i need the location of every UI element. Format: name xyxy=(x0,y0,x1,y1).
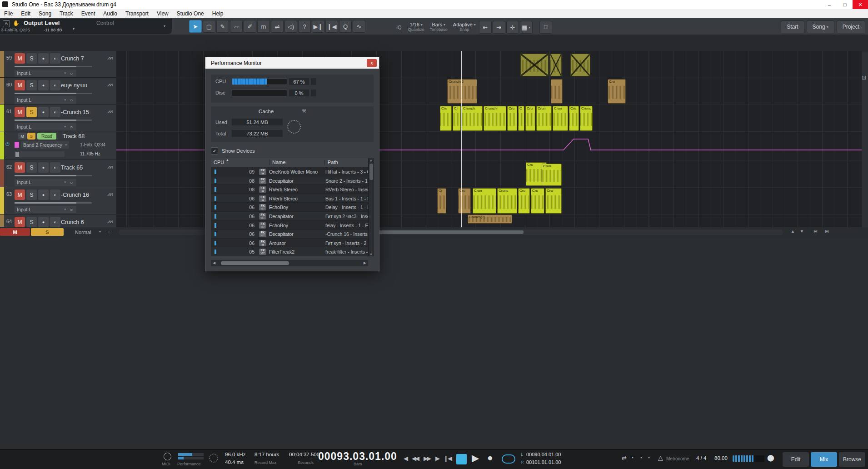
device-row[interactable]: 06FXVSTEchoBoyDelay - Inserts - 1 - Ec xyxy=(211,203,374,212)
audio-clip[interactable]: Cru xyxy=(525,106,535,131)
input-select[interactable]: Input L▾ xyxy=(15,206,68,213)
snap-left-icon[interactable]: ⇤ xyxy=(479,21,492,34)
metronome-icon[interactable]: △ xyxy=(658,454,663,461)
audio-clip[interactable]: Cru xyxy=(440,106,452,131)
device-row[interactable]: 05FXVSTFilterFreak2freak filter - Insert… xyxy=(211,247,374,256)
snap-dropdown[interactable]: Adaptive▾ Snap xyxy=(453,22,476,32)
chevron-down-icon[interactable]: ▾ xyxy=(99,230,101,234)
close-button[interactable]: ✕ xyxy=(853,0,868,9)
precount-icon[interactable]: ◔ xyxy=(639,454,643,461)
device-row[interactable]: 06FXVSTEchoBoyfelay - Inserts - 1 - Ech xyxy=(211,221,374,230)
record-button[interactable]: ● xyxy=(487,452,493,463)
device-row[interactable]: 08FX▮▮RVerb StereoRVerb Stereo - Inserts xyxy=(211,185,374,194)
zoom-out-icon[interactable]: ▲ xyxy=(791,229,795,234)
play-button[interactable]: ▶ xyxy=(472,453,479,464)
maximize-button[interactable]: □ xyxy=(837,0,853,9)
forward-icon[interactable]: ▶ xyxy=(435,455,440,462)
param-value[interactable]: -11.88 dB xyxy=(44,27,62,32)
time-signature[interactable]: 4 / 4 xyxy=(696,455,706,461)
zoom-in-icon[interactable]: ▼ xyxy=(800,229,804,234)
arrow-tool[interactable]: ➤ xyxy=(189,20,202,33)
record-icon[interactable]: ● xyxy=(38,162,49,173)
audio-clip[interactable]: Crunc xyxy=(580,106,593,131)
solo-button[interactable]: S xyxy=(26,53,37,64)
device-row[interactable]: 06FXVSTDecapitatorГит куп 2 час3 - Inser… xyxy=(211,212,374,221)
input-select[interactable]: Input L▾ xyxy=(15,179,68,186)
tab-focus-icon[interactable]: ⌸ xyxy=(539,21,552,34)
audio-clip[interactable]: Crunch(2 xyxy=(447,79,477,104)
wrench-icon[interactable]: ⚒ xyxy=(302,108,306,114)
menu-track[interactable]: Track xyxy=(55,9,77,18)
device-row[interactable]: 08FXVSTDecapitatorSnare 2 - Inserts - 1 … xyxy=(211,176,374,185)
time-seconds[interactable]: 00:04:37.500 xyxy=(289,452,319,457)
mute-button[interactable]: M xyxy=(15,190,25,200)
dialog-title-bar[interactable]: Performance Monitor x xyxy=(205,57,379,69)
shuffle-icon[interactable]: ⇄ xyxy=(622,454,627,461)
audio-clip[interactable] xyxy=(520,54,549,76)
input-select[interactable]: Input L▾ xyxy=(15,96,68,104)
volume-line[interactable] xyxy=(15,175,76,176)
monitor-icon[interactable]: ◐ xyxy=(50,53,60,64)
start-button[interactable]: Start xyxy=(781,20,804,33)
marker-back[interactable]: ❙◀ xyxy=(325,20,338,33)
audio-clip[interactable]: Crun xyxy=(473,188,496,214)
audio-clip[interactable]: Cru xyxy=(531,188,544,214)
menu-help[interactable]: Help xyxy=(208,9,228,18)
input-monitor-icon[interactable]: ○ xyxy=(66,206,76,213)
monitor-icon[interactable]: ◐ xyxy=(50,217,60,227)
record-icon[interactable]: ● xyxy=(38,53,49,64)
track-row[interactable]: 64MS●◐Crunch 6⩘⩘Input L▾○ xyxy=(0,215,116,227)
hamburger-icon[interactable]: ≡ xyxy=(107,229,110,234)
audio-clip[interactable]: Cr xyxy=(453,106,461,131)
device-table-header[interactable]: CPU ▲ Name Path xyxy=(211,158,374,168)
crosshair-icon[interactable]: ✛ xyxy=(506,21,519,34)
track-mode-dropdown[interactable]: Normal xyxy=(75,230,91,235)
device-vscrollbar[interactable]: ▲ ▼ xyxy=(368,158,374,256)
time-bars[interactable]: 00093.03.01.00 xyxy=(318,450,397,463)
audio-clip[interactable]: Cru xyxy=(458,188,471,214)
volume-line[interactable] xyxy=(15,120,76,121)
paint-tool[interactable]: ✐ xyxy=(244,20,256,33)
audio-clip[interactable]: Cru xyxy=(518,188,530,214)
mute-button[interactable]: M xyxy=(15,217,25,227)
menu-song[interactable]: Song xyxy=(35,9,55,18)
volume-line[interactable] xyxy=(15,202,76,204)
volume-line[interactable] xyxy=(15,93,76,94)
device-row[interactable]: 06FX▮▮ArousorГит куп - Inserts - 2 - . xyxy=(211,239,374,248)
audio-clip[interactable]: C xyxy=(518,106,524,131)
chevron-down-icon[interactable]: ▾ xyxy=(648,455,650,459)
rewind-icon[interactable]: ◀ xyxy=(404,455,408,462)
solo-button[interactable]: S xyxy=(27,133,35,140)
track-row[interactable]: 60MS●◐еще лучш⩘⩘Input L▾○ xyxy=(0,78,116,105)
power-icon[interactable]: ⏻ xyxy=(5,141,10,147)
record-icon[interactable]: ● xyxy=(38,80,49,90)
audio-clip[interactable]: Crunchi xyxy=(484,106,506,131)
audio-clip[interactable] xyxy=(550,54,562,76)
track-row[interactable]: 59MS●◐Crunch 7⩘⩘Input L▾○ xyxy=(0,51,116,78)
macro-q[interactable]: Q xyxy=(339,20,352,33)
track-row[interactable]: 63MS●◐-Crunch 16⩘⩘Input L▾○ xyxy=(0,187,116,215)
grid-corner-icon[interactable]: ⊞ xyxy=(862,75,866,81)
audio-clip[interactable]: Crun xyxy=(553,106,568,131)
menu-edit[interactable]: Edit xyxy=(17,9,35,18)
chevron-down-icon[interactable]: ▾ xyxy=(632,455,634,459)
hand-icon[interactable]: ✋ xyxy=(13,20,20,26)
range-tool[interactable]: ▢ xyxy=(203,20,215,33)
read-badge[interactable]: Read xyxy=(37,133,56,140)
tempo-tool[interactable]: ∿ xyxy=(353,20,365,33)
show-dev-row[interactable]: ✓ Show Devices xyxy=(211,147,255,155)
help-tool[interactable]: ? xyxy=(298,20,311,33)
menu-studio-one[interactable]: Studio One xyxy=(173,9,208,18)
audio-clip[interactable]: Crun xyxy=(542,164,562,186)
mix-view-button[interactable]: Mix xyxy=(811,452,837,467)
zoom-preset-icon[interactable]: ⊟ xyxy=(813,229,818,234)
mute-tool[interactable]: m xyxy=(257,20,270,33)
edit-view-button[interactable]: Edit xyxy=(783,452,809,467)
eraser-tool[interactable]: ▱ xyxy=(230,20,243,33)
monitor-icon[interactable]: ◐ xyxy=(50,107,60,117)
record-icon[interactable]: ● xyxy=(38,107,49,117)
global-mute-button[interactable]: M xyxy=(0,228,30,236)
timebase-dropdown[interactable]: Bars▾ Timebase xyxy=(430,22,448,32)
auto-mode-icon[interactable]: A xyxy=(3,20,10,27)
device-row[interactable]: 06FX▮▮RVerb StereoBus 1 - Inserts - 1 - … xyxy=(211,194,374,203)
